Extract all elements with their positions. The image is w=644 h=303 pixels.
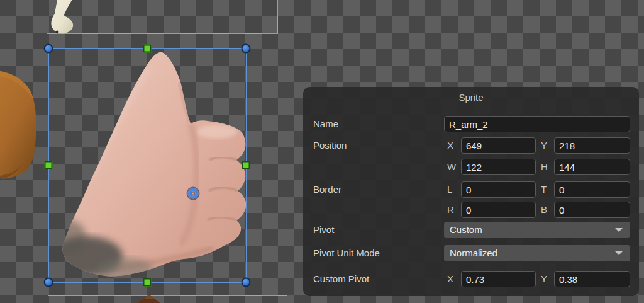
bone-sprite-fragment[interactable] — [38, 0, 94, 40]
chevron-down-icon — [615, 251, 623, 255]
chevron-down-icon — [615, 228, 623, 232]
position-w-input[interactable] — [461, 159, 536, 175]
position-x-prefix: X — [447, 137, 453, 154]
position-y-input[interactable] — [554, 137, 630, 154]
custom-pivot-y-input[interactable] — [554, 271, 630, 287]
position-x-input[interactable] — [461, 137, 536, 154]
border-label: Border — [313, 181, 341, 198]
sprite-editor-canvas: { "panel": { "title": "Sprite", "name": … — [0, 0, 644, 303]
selection-handle-mid-right[interactable] — [242, 161, 250, 169]
position-h-prefix: H — [541, 159, 548, 175]
orange-sprite-fragment[interactable] — [0, 66, 39, 186]
texture-border-line — [36, 0, 36, 303]
border-r-input[interactable] — [461, 202, 536, 218]
pivot-unit-mode-label: Pivot Unit Mode — [313, 245, 380, 261]
position-y-prefix: Y — [541, 137, 547, 154]
name-label: Name — [313, 116, 338, 132]
hand-sprite[interactable] — [48, 49, 246, 282]
selection-handle-mid-bottom[interactable] — [143, 278, 152, 287]
border-b-prefix: B — [541, 202, 547, 218]
name-input[interactable] — [444, 116, 630, 132]
texture-border-line-dark — [35, 0, 35, 303]
border-r-prefix: R — [447, 202, 454, 218]
position-label: Position — [313, 137, 347, 154]
border-t-prefix: T — [541, 181, 547, 198]
brown-sprite-fragment[interactable] — [133, 295, 169, 303]
custom-pivot-label: Custom Pivot — [313, 271, 369, 287]
custom-pivot-x-input[interactable] — [461, 271, 536, 287]
sprite-inspector-panel: Sprite Name Position X Y W H Border L T … — [303, 87, 639, 296]
pivot-unit-mode-dropdown[interactable]: Normalized — [444, 245, 630, 261]
position-h-input[interactable] — [554, 159, 630, 175]
custom-pivot-x-prefix: X — [447, 271, 453, 287]
selection-handle-corner-tl[interactable] — [44, 44, 53, 54]
pivot-dropdown-value: Custom — [450, 224, 482, 235]
pivot-point-handle[interactable] — [188, 188, 199, 199]
pivot-dropdown[interactable]: Custom — [444, 222, 630, 238]
pivot-label: Pivot — [313, 222, 334, 238]
border-t-input[interactable] — [554, 181, 630, 198]
border-b-input[interactable] — [554, 202, 630, 218]
selection-handle-mid-top[interactable] — [143, 45, 152, 53]
selection-handle-corner-tr[interactable] — [242, 44, 251, 54]
selection-handle-mid-left[interactable] — [45, 161, 53, 169]
border-l-input[interactable] — [461, 181, 536, 198]
border-l-prefix: L — [447, 181, 452, 198]
custom-pivot-y-prefix: Y — [541, 271, 547, 287]
selection-handle-corner-br[interactable] — [242, 278, 251, 287]
position-w-prefix: W — [447, 159, 456, 175]
pivot-unit-mode-dropdown-value: Normalized — [450, 248, 497, 258]
panel-title: Sprite — [303, 92, 639, 103]
selection-handle-corner-bl[interactable] — [44, 278, 53, 287]
